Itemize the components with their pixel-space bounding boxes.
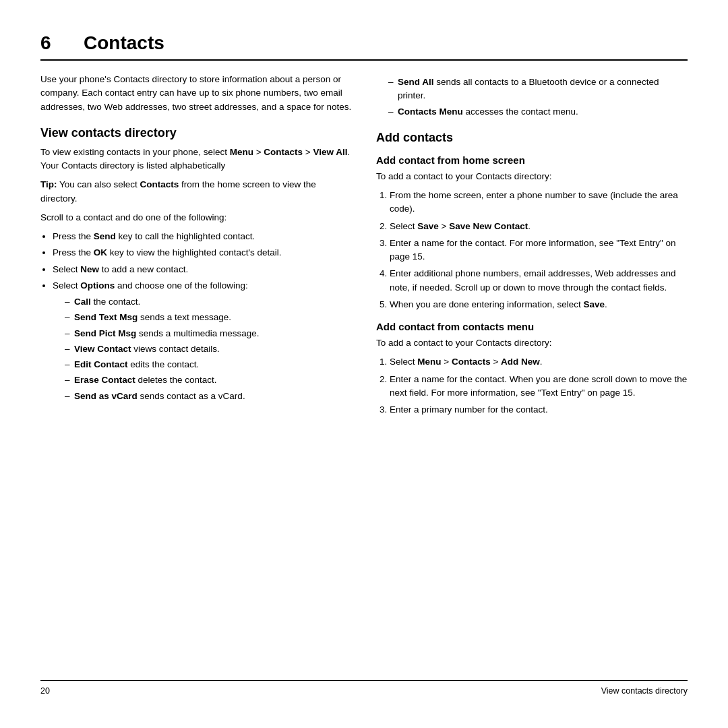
list-item: Select Save > Save New Contact. [390, 220, 688, 233]
list-item: Enter a primary number for the contact. [390, 403, 688, 417]
page-number: 20 [40, 686, 50, 696]
view-section-title: View contacts directory [40, 126, 352, 140]
sub-bullet-list: Call the contact. Send Text Msg sends a … [65, 295, 352, 403]
chapter-title: Contacts [84, 32, 164, 54]
list-item: Send Pict Msg sends a multimedia message… [65, 327, 352, 340]
add-home-intro: To add a contact to your Contacts direct… [376, 170, 688, 183]
list-item: Enter a name for the contact. For more i… [390, 237, 688, 264]
chapter-header: 6 Contacts [40, 32, 688, 61]
right-sub-bullets: Send All sends all contacts to a Bluetoo… [388, 75, 688, 119]
list-item: Select Menu > Contacts > Add New. [390, 355, 688, 369]
add-home-title: Add contact from home screen [376, 154, 688, 166]
list-item: View Contact views contact details. [65, 342, 352, 356]
list-item: Enter additional phone numbers, email ad… [390, 267, 688, 295]
add-menu-steps: Select Menu > Contacts > Add New. Enter … [390, 355, 688, 417]
add-home-steps: From the home screen, enter a phone numb… [390, 189, 688, 311]
left-column: Use your phone's Contacts directory to s… [40, 73, 352, 672]
list-item: Call the contact. [65, 295, 352, 309]
list-item: Send Text Msg sends a text message. [65, 311, 352, 324]
list-item: Press the OK key to view the highlighted… [53, 246, 352, 260]
right-column: Send All sends all contacts to a Bluetoo… [376, 73, 688, 672]
list-item: Press the Send key to call the highlight… [53, 230, 352, 243]
add-contacts-title: Add contacts [376, 131, 688, 145]
list-item: When you are done entering information, … [390, 298, 688, 311]
list-item: Send All sends all contacts to a Bluetoo… [388, 75, 688, 103]
list-item: Enter a name for the contact. When you a… [390, 373, 688, 400]
page-footer: 20 View contacts directory [40, 680, 688, 696]
list-item: Send as vCard sends contact as a vCard. [65, 390, 352, 403]
list-item: From the home screen, enter a phone numb… [390, 189, 688, 216]
list-item: Edit Contact edits the contact. [65, 358, 352, 371]
view-intro: To view existing contacts in your phone,… [40, 146, 352, 173]
main-bullet-list: Press the Send key to call the highlight… [53, 230, 352, 403]
list-item: Erase Contact deletes the contact. [65, 373, 352, 387]
tip-text: Tip: You can also select Contacts from t… [40, 178, 352, 206]
add-menu-title: Add contact from contacts menu [376, 321, 688, 332]
list-item: Select New to add a new contact. [53, 263, 352, 276]
page: 6 Contacts Use your phone's Contacts dir… [0, 0, 728, 728]
list-item: Select Options and choose one of the fol… [53, 279, 352, 403]
add-menu-intro: To add a contact to your Contacts direct… [376, 336, 688, 350]
two-column-layout: Use your phone's Contacts directory to s… [40, 73, 688, 672]
footer-section-label: View contacts directory [601, 686, 688, 696]
list-item: Contacts Menu accesses the contact menu. [388, 105, 688, 119]
chapter-number: 6 [40, 32, 62, 54]
intro-paragraph: Use your phone's Contacts directory to s… [40, 73, 352, 114]
scroll-intro: Scroll to a contact and do one of the fo… [40, 211, 352, 224]
